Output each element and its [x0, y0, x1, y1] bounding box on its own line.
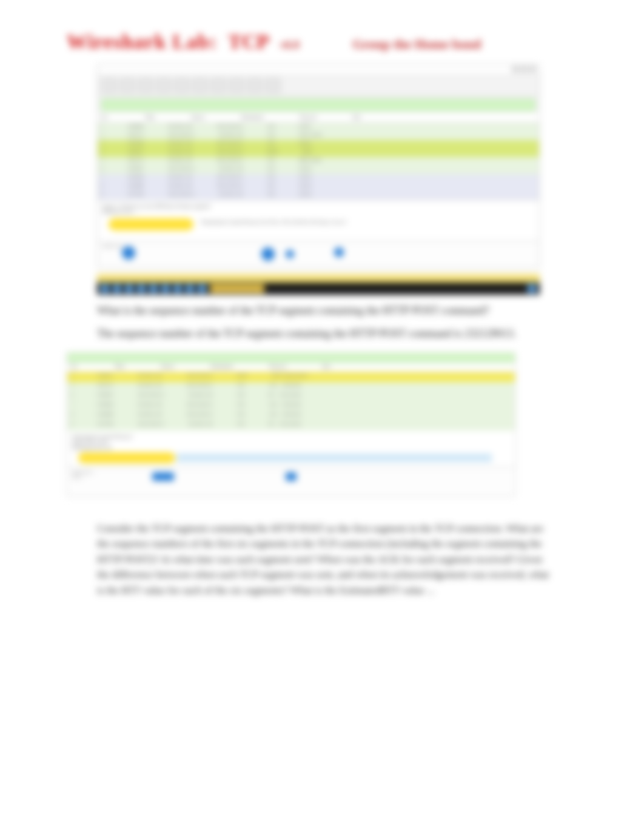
table-row[interactable]: 10.000000192.168.1.102128.119.245.12TCP[… — [98, 123, 539, 132]
detail-line: Source Port: 1161 — [72, 440, 510, 445]
minimize-icon[interactable] — [512, 66, 518, 72]
toolbar-icon[interactable] — [101, 78, 117, 93]
os-taskbar — [97, 274, 540, 295]
col-info: Info — [353, 115, 361, 121]
toolbar-icon[interactable] — [229, 78, 244, 93]
hex-highlight-icon — [286, 250, 294, 258]
detail-line: Ethernet II, Src: ... — [102, 209, 534, 215]
window-titlebar — [98, 65, 539, 75]
wireshark-window-2: No. Time Source Destination Protocol Inf… — [67, 352, 515, 497]
col-no: No. — [71, 364, 78, 371]
col-proto: Protocol — [300, 115, 317, 121]
detail-line: Transmission Control Protocol, Src Port:… — [201, 220, 346, 225]
hex-highlight-icon — [286, 472, 297, 481]
detail-line: Frame 1: 62 bytes on wire (496 bits), 62… — [102, 204, 534, 209]
taskbar — [97, 283, 540, 295]
col-src: Source — [161, 364, 174, 371]
table-row[interactable]: 40.026477192.168.1.102128.119.245.12HTTP… — [98, 149, 539, 157]
table-row[interactable]: 80.054690192.168.1.102128.119.245.12TCP1… — [67, 411, 515, 421]
table-row[interactable]: 20.023172128.119.245.12192.168.1.102TCP[… — [98, 132, 539, 140]
title-version: v6.0 — [280, 39, 300, 52]
detail-line: Transmission Control Protocol — [72, 434, 510, 440]
table-row[interactable]: 60.053937128.119.245.12192.168.1.102TCP[… — [98, 166, 539, 174]
filter-bar[interactable] — [67, 353, 515, 363]
col-dst: Destination — [241, 115, 264, 121]
toolbar-icon[interactable] — [119, 78, 135, 93]
packet-detail-pane: Frame 1: 62 bytes on wire (496 bits), 62… — [98, 200, 539, 241]
start-icon[interactable] — [101, 284, 109, 293]
col-proto: Protocol — [270, 364, 286, 371]
task-icon[interactable] — [161, 284, 170, 293]
title-part1: Wireshark Lab: — [67, 30, 217, 53]
column-headers: No. Time Source Destination Protocol Inf… — [67, 363, 515, 372]
table-row[interactable]: 60.053937128.119.245.12192.168.1.102TCP8… — [67, 392, 515, 401]
col-src: Source — [191, 115, 204, 121]
doc-title-row: Wireshark Lab: TCP v6.0 Group the Home b… — [67, 30, 583, 53]
task-icon[interactable] — [149, 284, 158, 293]
col-dst: Destination — [211, 364, 233, 371]
hex-highlight-icon — [334, 247, 344, 257]
hex-highlight-icon — [122, 246, 135, 260]
task-icon[interactable] — [137, 284, 146, 293]
toolbar-icon[interactable] — [210, 78, 226, 93]
column-headers: No. Time Source Destination Protocol Inf… — [98, 113, 539, 123]
table-row[interactable]: 70.054026192.168.1.102128.119.245.12TCP1… — [67, 401, 515, 411]
task-icon[interactable] — [186, 284, 194, 293]
toolbar-icon[interactable] — [174, 78, 190, 93]
table-row[interactable]: 80.054690192.168.1.102128.119.245.12TCP[… — [98, 183, 539, 191]
hex-pane: 0000 00 20 ... 0010 ... — [67, 467, 515, 496]
maximize-icon[interactable] — [521, 66, 527, 72]
task-icon[interactable] — [173, 284, 182, 293]
toolbar-icon[interactable] — [192, 78, 208, 93]
question-5: Consider the TCP segment containing the … — [97, 521, 553, 599]
task-icon[interactable] — [125, 284, 133, 293]
status-bar — [97, 274, 540, 283]
title-author: Group the Home bond — [352, 36, 481, 52]
title-part2: TCP — [228, 30, 269, 53]
wireshark-window-1: No. Time Source Destination Protocol Inf… — [97, 64, 540, 268]
toolbar-icon[interactable] — [138, 78, 153, 93]
close-icon[interactable] — [529, 66, 535, 72]
col-time: Time — [115, 364, 125, 371]
detail-line: Destination Port: 80 — [72, 445, 510, 451]
table-row[interactable]: 30.023265192.168.1.102128.119.245.12TCP[… — [98, 140, 539, 149]
highlight-sequence — [78, 452, 175, 463]
task-highlight[interactable] — [210, 284, 264, 293]
hex-highlight-icon — [152, 472, 174, 481]
toolbar-icon[interactable] — [156, 78, 172, 93]
table-row[interactable]: 50.041737192.168.1.102128.119.245.12TCP[… — [98, 157, 539, 166]
col-time: Time — [145, 115, 155, 121]
col-info: Info — [323, 364, 330, 371]
table-row[interactable]: 90.077294128.119.245.12192.168.1.102TCP8… — [67, 421, 515, 431]
highlight-sequence — [109, 218, 193, 230]
table-row[interactable]: 70.054026192.168.1.102128.119.245.12TCP[… — [98, 174, 539, 183]
task-icon[interactable] — [113, 284, 121, 293]
hex-highlight-icon — [261, 247, 275, 261]
hex-pane: 0000 00 20 ... — [98, 241, 539, 267]
task-icon[interactable] — [198, 284, 206, 293]
answer-4: The sequence number of the TCP segment c… — [97, 326, 583, 341]
table-row[interactable]: 50.041737192.168.1.102128.119.245.12TCP1… — [67, 382, 515, 392]
table-row[interactable]: 90.077294128.119.245.12192.168.1.102TCP[… — [98, 191, 539, 200]
toolbar — [98, 75, 539, 96]
table-row[interactable]: 40.026477192.168.1.102128.119.245.12HTTP… — [67, 372, 515, 382]
filter-bar[interactable] — [101, 99, 535, 111]
col-no: No. — [101, 115, 109, 121]
toolbar-icon[interactable] — [265, 78, 281, 93]
packet-detail-pane: Transmission Control Protocol Source Por… — [67, 431, 515, 467]
question-4: What is the sequence number of the TCP s… — [97, 303, 583, 318]
toolbar-icon[interactable] — [247, 78, 263, 93]
selected-field — [176, 454, 492, 462]
tray-icon[interactable] — [528, 284, 536, 293]
